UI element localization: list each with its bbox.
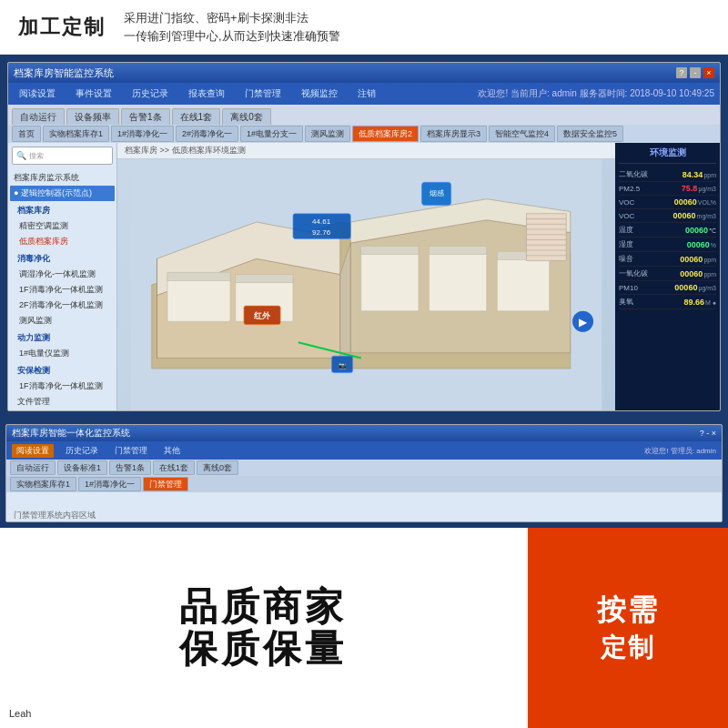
sw2-titlebar: 档案库房智能一体化监控系统 ? - ×: [6, 425, 722, 441]
leah-label: Leah: [9, 708, 31, 719]
svg-rect-5: [167, 275, 230, 322]
env-ozone-label: 臭氧: [619, 297, 633, 307]
sw2-tabbar2: 实物档案库存1 1#消毒净化一 门禁管理: [6, 476, 722, 492]
nav-event-settings[interactable]: 事件设置: [70, 86, 117, 102]
tab2-archive1[interactable]: 实物档案库存1: [43, 126, 109, 142]
env-temp-label: 温度: [619, 225, 633, 235]
sw2-tab-offline[interactable]: 离线0套: [197, 460, 238, 475]
nav-access[interactable]: 门禁管理: [239, 86, 287, 102]
tab-offline[interactable]: 离线0套: [222, 108, 271, 125]
svg-text:烟感: 烟感: [430, 189, 444, 197]
tab2-air4[interactable]: 智能空气监控4: [489, 126, 555, 142]
help-button[interactable]: ?: [676, 67, 687, 78]
env-co-label: 一氧化碳: [619, 268, 648, 278]
tab2-data5[interactable]: 数据安全监控5: [557, 126, 623, 142]
svg-text:📷: 📷: [339, 361, 347, 369]
nav-read-settings[interactable]: 阅读设置: [14, 86, 61, 102]
tree-section-security: 安保检测: [10, 361, 115, 379]
sw2-tab-device[interactable]: 设备标准1: [57, 460, 107, 475]
tab2-wind[interactable]: 测风监测: [305, 126, 350, 142]
sw2-tab-auto[interactable]: 自动运行: [10, 460, 56, 475]
tree-item-security1f[interactable]: 1F消毒净化一体机监测: [10, 379, 115, 394]
env-row-ozone: 臭氧 89.66M ●: [619, 295, 716, 309]
nav-video[interactable]: 视频监控: [296, 86, 343, 102]
bottom-right: 按需 定制: [528, 528, 728, 728]
env-pm10-value: 00060: [674, 283, 697, 292]
sw-topnav: 阅读设置 事件设置 历史记录 报表查询 门禁管理 视频监控 注销 欢迎您! 当前…: [8, 83, 720, 105]
tree-item-file-mgmt[interactable]: 文件管理: [10, 394, 115, 410]
sw2-topnav: 阅读设置 历史记录 门禁管理 其他 欢迎您! 管理员: admin: [6, 441, 722, 460]
sw2-nav-history[interactable]: 历史记录: [61, 444, 103, 458]
tree-section-power: 动力监测: [10, 329, 115, 346]
top-banner-line2: 一传输到管理中心,从而达到快速准确预警: [124, 27, 340, 46]
top-banner-line1: 采用进门指纹、密码+刷卡探测非法: [124, 9, 340, 27]
tree-item-logic-controller[interactable]: ● 逻辑控制器(示范点): [10, 186, 115, 201]
sw-sidebar: 🔍 搜索 档案库房监示系统 ● 逻辑控制器(示范点) 档案库房 精密空调监测 低…: [8, 143, 117, 410]
sw2-tab2-access[interactable]: 门禁管理: [143, 477, 188, 491]
minimize-button[interactable]: -: [690, 67, 701, 78]
env-row-temp: 温度 00060℃: [619, 223, 716, 238]
env-co2-label: 二氧化碳: [619, 169, 648, 179]
top-banner: 加工定制 采用进门指纹、密码+刷卡探测非法 一传输到管理中心,从而达到快速准确预…: [0, 0, 728, 55]
sw-tabbar: 自动运行 设备频率 告警1条 在线1套 离线0套: [8, 105, 720, 125]
sw2-tab-online[interactable]: 在线1套: [153, 460, 195, 475]
search-placeholder: 搜索: [29, 151, 44, 161]
tab2-lowquality[interactable]: 低质档案库房2: [352, 126, 419, 142]
tree-item-sterilize1f[interactable]: 1F消毒净化一体机监测: [10, 282, 115, 298]
env-pm25-value: 75.8: [682, 184, 698, 193]
tree-item-wind[interactable]: 测风监测: [10, 313, 115, 329]
tab-online[interactable]: 在线1套: [172, 108, 221, 125]
env-row-co: 一氧化碳 00060ppm: [619, 267, 716, 281]
tab2-home[interactable]: 首页: [12, 126, 41, 142]
nav-report[interactable]: 报表查询: [183, 86, 230, 102]
sw2-nav-settings[interactable]: 阅读设置: [12, 444, 54, 458]
env-row-noise: 噪音 00060ppm: [619, 252, 716, 267]
sidebar-search[interactable]: 🔍 搜索: [12, 147, 113, 165]
bottom-left-line1: 品质商家: [179, 586, 347, 628]
tree-item-archive-system[interactable]: 档案库房监示系统: [10, 170, 115, 186]
nav-history[interactable]: 历史记录: [126, 86, 174, 102]
svg-rect-13: [430, 248, 487, 311]
sw2-tab2-archive[interactable]: 实物档案库存1: [10, 477, 76, 491]
tab2-sterilize2[interactable]: 2#消毒净化一: [176, 126, 238, 142]
tree-section-sterilize: 消毒净化: [10, 249, 115, 267]
sw-titlebar: 档案库房智能监控系统 ? - ×: [8, 63, 720, 83]
tab2-archive3[interactable]: 档案库房显示3: [420, 126, 487, 142]
env-noise-label: 噪音: [619, 254, 633, 264]
tab2-sterilize1[interactable]: 1#消毒净化一: [111, 126, 174, 142]
sw2-window-title: 档案库房智能一体化监控系统: [12, 427, 130, 440]
sw-tabbar2: 首页 实物档案库存1 1#消毒净化一 2#消毒净化一 1#电量分支一 测风监测 …: [8, 125, 720, 143]
tree-item-humidify[interactable]: 调湿净化-一体机监测: [10, 267, 115, 282]
tree-item-sterilize2f[interactable]: 2F消毒净化一体机监测: [10, 298, 115, 313]
software-area-1: 档案库房智能监控系统 ? - × 阅读设置 事件设置 历史记录 报表查询 门禁管…: [0, 55, 728, 419]
sw-titlebar-buttons: ? - ×: [676, 67, 714, 78]
tree-item-lowquality[interactable]: 低质档案库房: [10, 234, 115, 249]
env-panel-title: 环境监测: [619, 147, 716, 164]
sw2-tab-alarm[interactable]: 告警1条: [109, 460, 151, 475]
bottom-right-text2: 定制: [601, 631, 655, 665]
sw2-welcome: 欢迎您! 管理员: admin: [644, 446, 716, 456]
sw-center: 档案库房 >> 低质档案库环境监测: [117, 143, 615, 410]
sw2-nav-other[interactable]: 其他: [159, 444, 185, 458]
svg-rect-6: [167, 272, 230, 280]
tree-item-power1[interactable]: 1#电量仪监测: [10, 346, 115, 361]
svg-rect-17: [526, 214, 566, 261]
env-co2-value: 84.34: [682, 170, 703, 179]
sw2-nav-access[interactable]: 门禁管理: [110, 444, 152, 458]
tab-alarm[interactable]: 告警1条: [121, 108, 170, 125]
sw2-tab2-sterilize[interactable]: 1#消毒净化一: [78, 477, 141, 491]
sw2-content-placeholder: 门禁管理系统内容区域: [14, 510, 96, 521]
top-banner-title: 加工定制: [18, 14, 106, 41]
tab-auto-run[interactable]: 自动运行: [12, 108, 65, 125]
svg-rect-8: [236, 275, 293, 283]
sw-right-panel: 环境监测 二氧化碳 84.34ppm PM2.5 75.8μg/m3 VOC 0…: [615, 143, 720, 410]
floorplan: 44.61 92.76 红外 烟感 📷: [117, 159, 615, 410]
tree-item-air-cond[interactable]: 精密空调监测: [10, 218, 115, 234]
close-button[interactable]: ×: [703, 67, 714, 78]
tab-device[interactable]: 设备频率: [66, 108, 119, 125]
svg-rect-14: [430, 246, 487, 254]
env-pm25-label: PM2.5: [619, 185, 640, 193]
tab2-power[interactable]: 1#电量分支一: [240, 126, 303, 142]
nav-logout[interactable]: 注销: [352, 86, 381, 102]
sw2-content: 门禁管理系统内容区域: [6, 492, 722, 522]
